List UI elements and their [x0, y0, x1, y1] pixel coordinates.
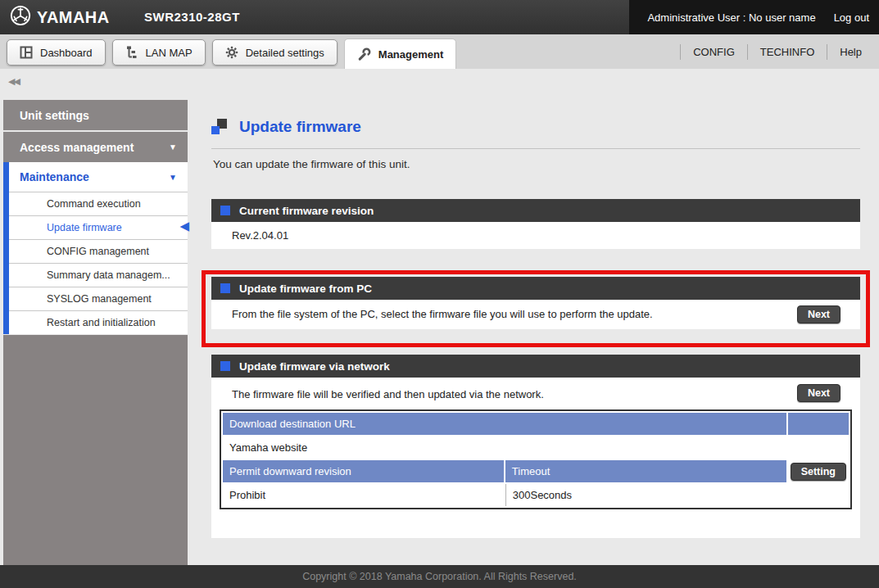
footer: Copyright © 2018 Yamaha Corporation. All… — [0, 565, 879, 588]
menu-item-label: CONFIG management — [47, 246, 149, 257]
menu-item-label: SYSLOG management — [47, 293, 152, 305]
table-row: Yamaha website — [223, 436, 849, 459]
sidebar-item-summary-data-management[interactable]: Summary data managem... — [9, 263, 188, 287]
yamaha-logo-icon — [10, 5, 31, 29]
empty-cell — [788, 484, 849, 506]
wrench-icon — [357, 47, 371, 61]
actions-header-cell — [788, 413, 849, 435]
device-model: SWR2310-28GT — [144, 10, 240, 24]
section-bullet-icon — [220, 283, 230, 293]
brand: YAMAHA — [10, 5, 113, 29]
sidebar-filler — [3, 335, 188, 565]
logged-in-user-label: Administrative User : No user name — [647, 11, 815, 24]
permit-downward-header: Permit downward revision — [223, 460, 504, 482]
network-update-settings-table: Download destination URL Yamaha website … — [220, 409, 852, 509]
top-bar: YAMAHA SWR2310-28GT Administrative User … — [0, 0, 879, 34]
sidebar-item-update-firmware[interactable]: Update firmware ◀ — [9, 215, 188, 239]
table-row: Permit downward revision Timeout Setting — [223, 460, 849, 482]
section-header-update-from-pc: Update firmware from PC — [211, 277, 860, 300]
dashboard-icon — [20, 46, 33, 59]
chevron-down-icon: ▼ — [169, 142, 177, 152]
section-body-current-firmware: Rev.2.04.01 — [211, 222, 860, 249]
sidebar-header-label: Maintenance — [20, 170, 89, 183]
lan-map-icon — [125, 46, 138, 59]
timeout-header: Timeout — [505, 460, 786, 482]
setting-button[interactable]: Setting — [791, 463, 846, 481]
permit-downward-value: Prohibit — [223, 484, 504, 506]
tab-bar: Dashboard LAN MAP — [0, 34, 879, 69]
page-title: Update firmware — [211, 118, 361, 136]
menu-item-label: Update firmware — [47, 222, 122, 233]
table-row: Prohibit 300Seconds — [223, 484, 849, 506]
sidebar-item-syslog-management[interactable]: SYSLOG management — [9, 287, 188, 310]
firmware-revision-value: Rev.2.04.01 — [211, 222, 860, 249]
section-title: Update firmware via network — [239, 360, 390, 373]
sidebar-header-label: Unit settings — [20, 109, 89, 122]
sidebar-section-maintenance: Maintenance ▼ Command execution Update f… — [3, 162, 188, 334]
config-link[interactable]: CONFIG — [680, 44, 747, 60]
main-content: Update firmware You can update the firmw… — [211, 69, 860, 565]
table-row: Download destination URL — [223, 413, 849, 435]
setting-cell: Setting — [788, 460, 849, 482]
section-header-update-via-network: Update firmware via network — [211, 355, 860, 378]
utility-links: CONFIG TECHINFO Help — [680, 34, 874, 69]
user-area: Administrative User : No user name Log o… — [629, 0, 879, 34]
tab-label: LAN MAP — [146, 47, 193, 59]
section-header-current-firmware: Current firmware revision — [211, 199, 860, 222]
main-tabs: Dashboard LAN MAP — [7, 34, 456, 69]
title-divider — [211, 148, 860, 149]
menu-item-label: Command execution — [47, 198, 141, 210]
tab-dashboard[interactable]: Dashboard — [7, 39, 106, 66]
update-from-pc-description: From the file system of the PC, select t… — [211, 300, 860, 329]
gear-icon — [225, 46, 238, 59]
sidebar-item-command-execution[interactable]: Command execution — [9, 192, 188, 215]
section-title: Update firmware from PC — [239, 283, 372, 295]
sidebar-item-unit-settings[interactable]: Unit settings — [3, 100, 188, 130]
tab-label: Dashboard — [40, 47, 93, 59]
tab-lan-map[interactable]: LAN MAP — [112, 39, 206, 66]
copyright-text: Copyright © 2018 Yamaha Corporation. All… — [0, 565, 879, 588]
section-title: Current firmware revision — [239, 205, 374, 217]
tab-detailed-settings[interactable]: Detailed settings — [212, 39, 338, 66]
brand-name: YAMAHA — [37, 7, 110, 27]
section-bullet-icon — [220, 206, 230, 215]
menu-item-label: Restart and initialization — [47, 317, 156, 328]
page-title-icon — [211, 119, 228, 135]
update-via-network-description: The firmware file will be verified and t… — [232, 388, 544, 400]
tab-management[interactable]: Management — [344, 38, 456, 69]
empty-cell — [788, 436, 849, 459]
next-button-update-via-network[interactable]: Next — [797, 384, 840, 402]
page-description: You can update the firmware of this unit… — [213, 158, 410, 170]
page-title-text: Update firmware — [239, 118, 361, 136]
tab-label: Management — [378, 48, 443, 61]
sidebar-collapse-icon[interactable]: ◀◀ — [8, 76, 19, 87]
chevron-down-icon: ▼ — [169, 173, 177, 182]
sidebar-header-label: Access management — [20, 141, 134, 154]
tab-label: Detailed settings — [246, 47, 324, 59]
timeout-value: 300Seconds — [505, 484, 786, 506]
help-link[interactable]: Help — [827, 44, 874, 60]
active-item-pointer-icon: ◀ — [179, 219, 189, 232]
section-body-update-via-network: The firmware file will be verified and t… — [211, 378, 860, 538]
next-button-update-from-pc[interactable]: Next — [797, 305, 840, 323]
techinfo-link[interactable]: TECHINFO — [747, 44, 827, 60]
download-url-header: Download destination URL — [223, 413, 786, 435]
download-url-value: Yamaha website — [223, 436, 786, 459]
sidebar-item-config-management[interactable]: CONFIG management — [9, 239, 188, 263]
active-section-indicator — [3, 162, 9, 334]
sidebar-item-access-management[interactable]: Access management ▼ — [3, 132, 188, 162]
menu-item-label: Summary data managem... — [47, 269, 170, 281]
sidebar-item-maintenance[interactable]: Maintenance ▼ — [9, 162, 188, 192]
section-body-update-from-pc: From the file system of the PC, select t… — [211, 300, 860, 329]
section-bullet-icon — [220, 361, 230, 371]
logout-link[interactable]: Log out — [834, 11, 869, 24]
sidebar-item-restart-initialization[interactable]: Restart and initialization — [9, 310, 188, 334]
